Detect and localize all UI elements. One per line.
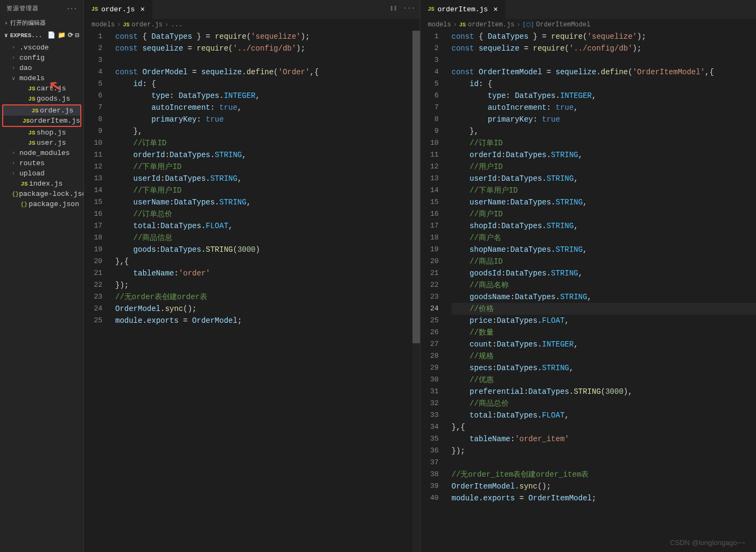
tree-item-package-json[interactable]: {}package.json [0,199,83,209]
code-area-right[interactable]: 1234567891011121314151617181920212223242… [421,31,757,552]
tree-item-shop-js[interactable]: JSshop.js [0,128,83,138]
refresh-icon[interactable]: ⟳ [68,31,73,39]
breadcrumb-right[interactable]: models › JS orderItem.js › [⬡] OrderItem… [421,19,757,31]
file-tree: ›.vscode›config›dao∨modelsJScart.jsJSgoo… [0,41,83,552]
tab-order-js[interactable]: JS order.js × [84,0,153,19]
tree-item-routes[interactable]: ›routes [0,158,83,168]
tree-item-cart-js[interactable]: JScart.js [0,83,83,94]
new-file-icon[interactable]: 📄 [47,31,55,39]
tree-item-node_modules[interactable]: ›node_modules [0,148,83,158]
explorer-title: 资源管理器 [6,4,39,12]
tree-item--vscode[interactable]: ›.vscode [0,43,83,53]
tree-item-upload[interactable]: ›upload [0,168,83,179]
code-area-left[interactable]: 1234567891011121314151617181920212223242… [84,31,420,552]
tab-bar-left: JS order.js × ⫿⫿ ··· [84,0,420,19]
tree-item-user-js[interactable]: JSuser.js [0,138,83,148]
editor-pane-left: JS order.js × ⫿⫿ ··· models › JS order.j… [83,0,420,552]
tree-item-package-lock-json[interactable]: {}package-lock.json [0,189,83,199]
close-icon[interactable]: × [140,5,144,14]
tree-item-orderItem-js[interactable]: JSorderItem.js [3,116,80,126]
tab-bar-right: JS orderItem.js × [421,0,757,19]
tree-item-config[interactable]: ›config [0,53,83,63]
new-folder-icon[interactable]: 📁 [58,31,66,39]
explorer-sidebar: 资源管理器 ··· ›打开的编辑器 ∨EXPRES... 📄 📁 ⟳ ⊟ ›.v… [0,0,83,552]
editor-group: JS order.js × ⫿⫿ ··· models › JS order.j… [83,0,756,552]
tree-item-order-js[interactable]: JSorder.js [3,105,80,116]
split-icon[interactable]: ⫿⫿ [390,4,397,15]
tree-item-dao[interactable]: ›dao [0,63,83,73]
js-icon: JS [428,6,435,12]
more-icon[interactable]: ··· [66,5,77,12]
open-editors-section[interactable]: ›打开的编辑器 [0,17,83,29]
editor-pane-right: JS orderItem.js × models › JS orderItem.… [420,0,757,552]
scrollbar[interactable] [412,31,420,552]
js-icon: JS [92,6,98,12]
project-section[interactable]: ∨EXPRES... 📄 📁 ⟳ ⊟ [0,29,83,41]
watermark: CSDN @longlongago~~ [670,539,745,547]
close-icon[interactable]: × [493,5,498,14]
tree-item-index-js[interactable]: JSindex.js [0,179,83,189]
tree-item-goods-js[interactable]: JSgoods.js [0,94,83,104]
tree-item-models[interactable]: ∨models [0,73,83,83]
more-icon[interactable]: ··· [403,4,415,15]
collapse-icon[interactable]: ⊟ [75,31,79,39]
explorer-header: 资源管理器 ··· [0,0,83,17]
breadcrumb-left[interactable]: models › JS order.js › ... [84,19,420,31]
tab-orderitem-js[interactable]: JS orderItem.js × [421,0,506,19]
